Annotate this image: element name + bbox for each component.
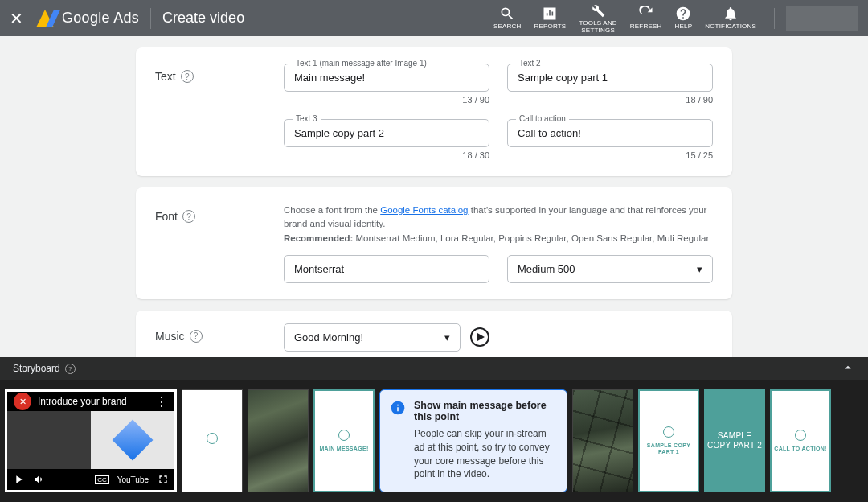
text3-input-wrapper[interactable]: Text 3: [284, 119, 489, 147]
text2-input-wrapper[interactable]: Text 2: [507, 64, 713, 92]
text-section-label: Text: [155, 70, 176, 83]
refresh-icon: [638, 6, 654, 22]
storyboard-thumb-logo[interactable]: [182, 389, 243, 492]
help-icon[interactable]: ?: [65, 364, 76, 374]
play-music-button[interactable]: [470, 327, 489, 347]
knot-icon: [795, 430, 806, 441]
reports-button[interactable]: REPORTS: [534, 6, 566, 31]
text1-input[interactable]: [294, 72, 479, 84]
bell-icon: [723, 6, 739, 22]
header-divider-2: [774, 8, 775, 29]
thumb-text: CALL TO ACTION!: [774, 446, 826, 452]
help-button[interactable]: HELP: [675, 6, 693, 31]
storyboard-thumb-cp2[interactable]: SAMPLE COPY PART 2: [704, 389, 765, 492]
cube-logo-icon: [113, 420, 154, 461]
cta-input-wrapper[interactable]: Call to action: [507, 119, 713, 147]
storyboard-thumb-cta[interactable]: CALL TO ACTION!: [770, 389, 831, 492]
text1-counter: 13 / 90: [284, 95, 489, 105]
font-weight-select[interactable]: Medium 500 ▾: [507, 255, 713, 283]
info-title: Show main message before this point: [414, 400, 557, 422]
skip-point-info: Show main message before this point Peop…: [379, 389, 567, 492]
text2-counter: 18 / 90: [507, 95, 713, 105]
brand-badge-icon: ✕: [14, 393, 31, 410]
text2-input[interactable]: [518, 72, 702, 84]
info-body: People can skip your in-stream ad at thi…: [414, 427, 557, 481]
text1-input-wrapper[interactable]: Text 1 (main message after Image 1): [284, 64, 489, 92]
volume-icon[interactable]: [33, 473, 46, 486]
brand-text: Google Ads: [62, 10, 139, 27]
google-fonts-link[interactable]: Google Fonts catalog: [380, 205, 468, 215]
storyboard-thumb-image1[interactable]: [248, 389, 309, 492]
thumb-text: MAIN MESSAGE!: [319, 446, 368, 452]
main-content: Text ? Text 1 (main message after Image …: [0, 36, 868, 407]
storyboard-panel: Storyboard ? ✕ Introduce your brand ⋮ CC…: [0, 357, 868, 502]
notifications-button[interactable]: NOTIFICATIONS: [705, 6, 756, 31]
storyboard-thumb-image2[interactable]: [572, 389, 633, 492]
knot-icon: [338, 430, 350, 441]
youtube-label[interactable]: YouTube: [117, 475, 149, 484]
video-title: Introduce your brand: [38, 396, 127, 407]
cta-input[interactable]: [518, 127, 702, 139]
video-preview-thumb[interactable]: ✕ Introduce your brand ⋮ CC YouTube: [5, 389, 177, 492]
app-header: ✕ Google Ads Create video SEARCH REPORTS…: [0, 0, 868, 36]
page-title: Create video: [162, 10, 244, 27]
search-icon: [499, 6, 515, 22]
refresh-button[interactable]: REFRESH: [630, 6, 662, 31]
font-section-label: Font: [155, 210, 178, 223]
thumb-text: SAMPLE COPY PART 1: [647, 442, 690, 456]
font-help-text: Choose a font from the Google Fonts cata…: [284, 204, 713, 245]
info-icon: [390, 400, 406, 416]
text-card: Text ? Text 1 (main message after Image …: [136, 47, 732, 176]
account-chip[interactable]: [786, 6, 858, 31]
play-icon[interactable]: [12, 473, 25, 486]
cc-icon[interactable]: CC: [95, 475, 109, 484]
knot-icon: [207, 433, 218, 444]
reports-icon: [542, 6, 558, 22]
close-icon[interactable]: ✕: [10, 9, 23, 28]
help-icon[interactable]: ?: [190, 330, 203, 343]
thumb-text: SAMPLE COPY PART 2: [706, 431, 764, 451]
search-button[interactable]: SEARCH: [493, 6, 522, 31]
text2-label: Text 2: [516, 59, 544, 68]
more-icon[interactable]: ⋮: [155, 394, 168, 409]
storyboard-thumb-mainmsg[interactable]: MAIN MESSAGE!: [313, 389, 375, 492]
cta-label: Call to action: [516, 114, 569, 123]
chevron-down-icon: ▾: [444, 331, 450, 344]
font-card: Font ? Choose a font from the Google Fon…: [136, 187, 732, 299]
storyboard-label: Storyboard: [13, 363, 60, 374]
help-icon[interactable]: ?: [182, 210, 195, 223]
fullscreen-icon[interactable]: [157, 473, 170, 486]
chevron-down-icon: ▾: [697, 263, 702, 275]
header-divider: [150, 8, 151, 29]
wrench-icon: [590, 2, 606, 19]
text1-label: Text 1 (main message after Image 1): [293, 59, 430, 68]
knot-icon: [663, 426, 674, 438]
font-family-input-wrapper[interactable]: [284, 255, 489, 283]
collapse-storyboard-button[interactable]: [841, 360, 855, 377]
music-card: Music ? Good Morning! ▾: [136, 311, 732, 364]
tools-settings-button[interactable]: TOOLS AND SETTINGS: [579, 2, 616, 35]
music-section-label: Music: [155, 330, 185, 343]
text3-counter: 18 / 30: [284, 150, 489, 160]
help-icon[interactable]: ?: [181, 70, 194, 83]
chevron-up-icon: [841, 360, 855, 375]
help-icon: [675, 6, 691, 22]
cta-counter: 15 / 25: [507, 150, 713, 160]
font-family-input[interactable]: [294, 263, 479, 275]
text3-input[interactable]: [294, 127, 479, 139]
text3-label: Text 3: [293, 114, 321, 123]
music-select[interactable]: Good Morning! ▾: [284, 323, 461, 352]
storyboard-thumb-cp1[interactable]: SAMPLE COPY PART 1: [638, 389, 699, 492]
google-ads-logo-icon: [36, 10, 54, 27]
